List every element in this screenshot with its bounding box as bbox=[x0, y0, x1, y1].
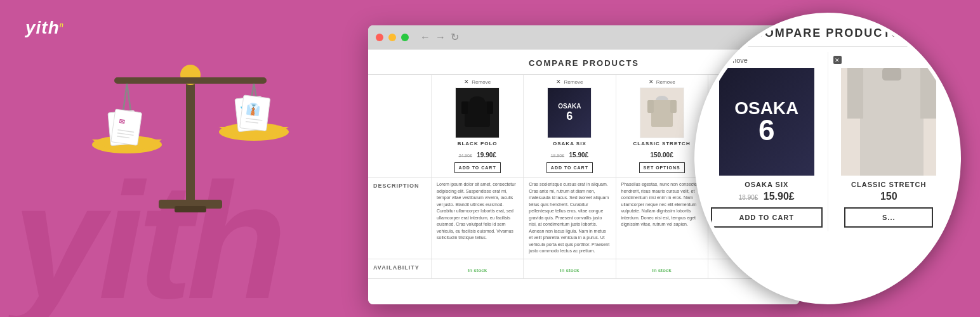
black-polo-image bbox=[455, 87, 500, 138]
classic-name: CLASSIC STRETCH bbox=[621, 141, 703, 146]
forward-button[interactable]: → bbox=[435, 32, 446, 43]
osaka-img: OSAKA 6 bbox=[548, 88, 591, 138]
desc-classic-text: Phasellus egestas, nunc non consectetur … bbox=[621, 181, 703, 228]
avail-osaka-status: In stock bbox=[560, 268, 579, 273]
yith-logo: yithn bbox=[25, 18, 64, 38]
product-col-black-polo: ✕ Remove BLACK POLO 24.90£ 1 bbox=[432, 75, 524, 177]
avail-classic-status: In stock bbox=[652, 268, 672, 273]
svg-rect-0 bbox=[186, 76, 195, 203]
magnify-classic-name: CLASSIC STRETCH bbox=[833, 181, 945, 188]
avail-black-polo-status: In stock bbox=[468, 268, 487, 273]
svg-rect-2 bbox=[175, 206, 206, 212]
set-options-classic[interactable]: SET OPTIONS bbox=[639, 162, 685, 173]
availability-label: AVAILABILITY bbox=[368, 259, 432, 278]
remove-osaka[interactable]: ✕ Remove bbox=[529, 79, 610, 85]
back-button[interactable]: ← bbox=[420, 32, 430, 43]
magnify-remove-classic[interactable]: ✕ bbox=[833, 56, 945, 64]
magnify-osaka-price-new: 15.90£ bbox=[764, 191, 795, 202]
svg-rect-39 bbox=[882, 68, 901, 81]
magnify-remove-osaka[interactable]: ✕ Remove bbox=[711, 56, 823, 64]
svg-rect-37 bbox=[847, 68, 863, 119]
magnify-classic-image bbox=[841, 68, 936, 176]
logo-text: yith bbox=[25, 18, 60, 37]
svg-rect-31 bbox=[487, 101, 493, 114]
svg-rect-34 bbox=[647, 100, 654, 113]
add-to-cart-osaka-magnified[interactable]: ADD TO CART bbox=[711, 207, 823, 228]
magnify-content: COMPARE PRODUCTS ✕ Remove OSAKA 6 bbox=[698, 16, 957, 301]
scale-illustration: ✉ 👕 👔 bbox=[63, 38, 330, 292]
magnify-x-classic: ✕ bbox=[833, 56, 842, 64]
svg-rect-38 bbox=[920, 68, 936, 119]
svg-rect-36 bbox=[860, 68, 924, 176]
scale-svg: ✉ 👕 👔 bbox=[63, 38, 317, 266]
svg-rect-4 bbox=[114, 77, 267, 84]
magnify-title: COMPARE PRODUCTS bbox=[706, 27, 950, 47]
magnify-osaka-name: OSAKA SIX bbox=[711, 181, 823, 188]
desc-black-polo: Lorem ipsum dolor sit amet, consectetur … bbox=[432, 178, 524, 259]
black-polo-name: BLACK POLO bbox=[437, 141, 518, 146]
black-polo-price-old: 24.90£ bbox=[458, 153, 472, 158]
avail-black-polo: In stock bbox=[432, 259, 524, 278]
desc-osaka-text: Cras scelerisque cursus erat in aliquam.… bbox=[529, 181, 610, 255]
logo-dot: n bbox=[60, 22, 64, 29]
set-options-classic-magnified[interactable]: S... bbox=[844, 207, 933, 228]
osaka-price-old: 18.90£ bbox=[551, 153, 564, 158]
magnify-osaka-col: ✕ Remove OSAKA 6 OSAKA SIX 18.90£ bbox=[706, 52, 828, 231]
magnify-remove-osaka-label: Remove bbox=[722, 56, 748, 64]
browser-dot-green[interactable] bbox=[401, 34, 409, 41]
product-col-osaka: ✕ Remove OSAKA 6 OSAKA SIX 18.90£ 15.90£… bbox=[524, 75, 616, 177]
osaka-image: OSAKA 6 bbox=[547, 87, 592, 138]
osaka-price: 18.90£ 15.90£ bbox=[529, 148, 610, 160]
black-polo-img bbox=[456, 88, 499, 138]
browser-dot-yellow[interactable] bbox=[388, 34, 396, 41]
browser-dot-red[interactable] bbox=[376, 34, 383, 41]
refresh-button[interactable]: ↻ bbox=[451, 31, 459, 43]
svg-text:✉: ✉ bbox=[119, 117, 126, 126]
magnify-osaka-price-wrap: 18.90£ 15.90£ bbox=[711, 191, 823, 202]
magnify-classic-col: ✕ CLASSIC STRETCH bbox=[828, 52, 950, 231]
black-polo-price-new: 19.90£ bbox=[477, 152, 496, 158]
description-label: DESCRIPTION bbox=[368, 178, 432, 259]
avail-classic: In stock bbox=[616, 259, 708, 278]
svg-rect-15 bbox=[111, 109, 142, 145]
svg-rect-35 bbox=[670, 100, 677, 113]
classic-image bbox=[640, 87, 684, 138]
add-to-cart-black-polo[interactable]: ADD TO CART bbox=[454, 162, 501, 173]
browser-nav: ← → ↻ bbox=[420, 31, 459, 43]
products-label-col bbox=[368, 75, 432, 177]
magnify-x-osaka: ✕ bbox=[711, 56, 719, 64]
osaka-shirt-large: OSAKA 6 bbox=[719, 68, 814, 176]
classic-price: 150.00£ bbox=[621, 148, 703, 160]
remove-classic[interactable]: ✕ Remove bbox=[621, 79, 703, 85]
magnify-inner: COMPARE PRODUCTS ✕ Remove OSAKA 6 bbox=[698, 16, 957, 242]
svg-rect-29 bbox=[465, 101, 490, 127]
svg-text:👔: 👔 bbox=[245, 101, 262, 117]
magnify-osaka-image: OSAKA 6 bbox=[719, 68, 814, 176]
avail-osaka: In stock bbox=[524, 259, 616, 278]
magnify-products-row: ✕ Remove OSAKA 6 OSAKA SIX 18.90£ bbox=[706, 52, 950, 231]
add-to-cart-osaka[interactable]: ADD TO CART bbox=[546, 162, 593, 173]
magnify-classic-price-new: 150 bbox=[880, 191, 897, 202]
desc-black-polo-text: Lorem ipsum dolor sit amet, consectetur … bbox=[437, 181, 518, 242]
magnify-circle: COMPARE PRODUCTS ✕ Remove OSAKA 6 bbox=[694, 13, 961, 304]
osaka-name: OSAKA SIX bbox=[529, 141, 610, 146]
svg-rect-33 bbox=[651, 100, 673, 127]
magnify-osaka-price-old: 18.90£ bbox=[739, 194, 758, 201]
remove-black-polo[interactable]: ✕ Remove bbox=[437, 79, 518, 85]
magnify-classic-price-wrap: 150 bbox=[833, 191, 945, 202]
osaka-price-new: 15.90£ bbox=[569, 152, 589, 158]
classic-shirt-large bbox=[841, 68, 936, 176]
desc-osaka: Cras scelerisque cursus erat in aliquam.… bbox=[524, 178, 616, 259]
black-polo-price: 24.90£ 19.90£ bbox=[437, 148, 518, 160]
svg-rect-30 bbox=[461, 101, 468, 114]
classic-img bbox=[640, 88, 684, 138]
classic-price-new: 150.00£ bbox=[651, 152, 673, 158]
desc-classic: Phasellus egestas, nunc non consectetur … bbox=[616, 178, 708, 259]
